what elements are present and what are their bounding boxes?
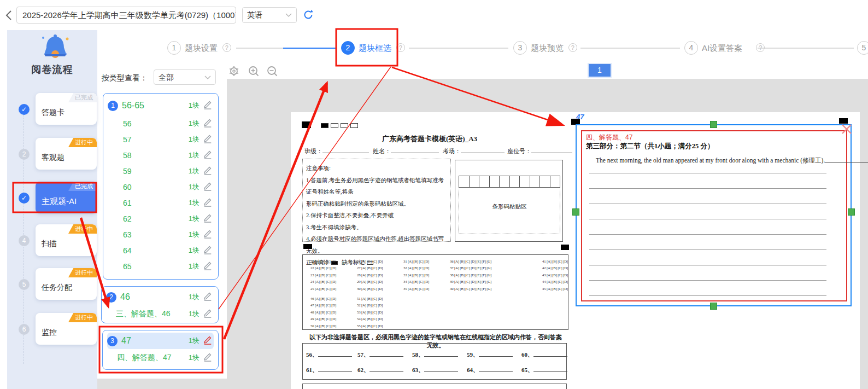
sidebar-item-答题卡[interactable]: 已完成答题卡 [36,93,97,125]
exam-title-input[interactable]: 2025-2026学年上学期高中三年级数学单元考(0729)（10007） [16,7,236,24]
edit-pencil-icon[interactable] [203,165,213,175]
zoom-out-icon[interactable] [266,65,278,77]
bubble-column-36: 36 [A] [B] [C] [D] [E] [F] [G] 37 [A] [B… [450,258,491,292]
block-item-row[interactable]: 641块 [108,242,214,258]
edit-button[interactable] [203,149,214,161]
edit-button[interactable] [203,245,214,257]
writing-line [589,265,826,265]
edit-button[interactable] [203,291,214,303]
bubble-column-46: 46 [A] [B] [C] [D] 47 [A] [B] [C] [D] 48… [310,295,336,329]
step-circle-2[interactable]: 2 [341,41,355,55]
zoom-in-icon[interactable] [248,65,260,77]
edit-pencil-icon[interactable] [203,181,213,191]
block-item-row[interactable]: 四、解答题、471块 [107,349,214,367]
question-block-56-65[interactable]: 156-651块561块571块581块591块601块611块621块631块… [103,93,219,280]
flow-step-circle-1: ✓ [19,104,30,115]
edit-pencil-icon[interactable] [203,291,213,301]
block-item-row[interactable]: 571块 [108,131,214,147]
edit-button[interactable] [203,197,214,209]
edit-button[interactable] [203,213,214,225]
sidebar-item-监控[interactable]: 进行中监控 [36,313,97,345]
resize-handle-top[interactable] [710,121,717,128]
edit-button[interactable] [203,118,214,130]
block-item-row[interactable]: 581块 [108,147,214,163]
block-item-row[interactable]: 三、解答题、461块 [106,305,214,323]
block-item-row[interactable]: 561块 [108,115,214,131]
block-number-badge: 1 [108,101,118,111]
block-item-row[interactable]: 621块 [108,211,214,227]
fillin-item: 61、 [306,365,352,374]
help-icon[interactable]: ? [568,43,577,52]
block-item-row[interactable]: 611块 [108,195,214,211]
edit-pencil-icon[interactable] [203,133,213,143]
step-circle-1[interactable]: 1 [167,41,181,55]
edit-pencil-icon[interactable] [203,229,213,239]
edit-button[interactable] [203,352,214,364]
block-header[interactable]: 156-651块 [108,96,214,115]
flow-step-circle-6: 6 [19,324,30,335]
block-item-label: 65 [123,262,181,271]
fillin-item: 62、 [357,365,403,374]
edit-pencil-icon[interactable] [203,352,213,362]
sidebar-item-label: 监控 [42,328,57,338]
edit-button[interactable] [203,308,214,320]
edit-button[interactable] [203,100,214,112]
subject-select[interactable]: 英语 [242,7,297,23]
edit-pencil-icon[interactable] [203,213,213,223]
edit-pencil-icon[interactable] [203,308,213,318]
resize-handle-right[interactable] [848,208,855,216]
edit-pencil-icon[interactable] [203,335,213,345]
sidebar-item-任务分配[interactable]: 进行中任务分配 [36,268,97,300]
edit-pencil-icon[interactable] [203,118,213,127]
status-badge: 进行中 [68,138,97,147]
edit-button[interactable] [203,335,214,347]
edit-button[interactable] [203,229,214,241]
step-circle-3[interactable]: 3 [513,41,527,55]
edit-pencil-icon[interactable] [203,149,213,159]
edit-button[interactable] [203,181,214,193]
edit-pencil-icon[interactable] [203,260,213,270]
help-icon[interactable]: ? [222,43,231,52]
step-circle-4[interactable]: 4 [684,41,698,55]
edit-button[interactable] [203,260,214,272]
block-item-count: 1块 [181,150,200,160]
back-icon[interactable] [4,9,13,21]
flow-step-circle-4: 4 [19,235,30,246]
essay-box [302,384,567,389]
sidebar-item-主观题-AI[interactable]: 已完成主观题-AI [36,182,97,213]
sheet-field: 班级： [304,147,369,155]
block-item-label: 57 [123,135,181,144]
sidebar-item-扫描[interactable]: 进行中扫描 [36,224,97,256]
edit-pencil-icon[interactable] [203,197,213,207]
question-block-47[interactable]: 3471块四、解答题、471块 [102,330,219,370]
page-number-badge[interactable]: 1 [589,64,611,77]
page-code-square [341,123,348,128]
block-item-row[interactable]: 601块 [108,179,214,195]
sidebar-item-客观题[interactable]: 进行中客观题 [36,138,97,170]
resize-handle-bottom[interactable] [710,303,717,310]
fillin-item: 60、 [521,350,567,359]
selected-block-title: 四、解答题、47 [586,133,632,142]
block-item-row[interactable]: 591块 [108,163,214,179]
resize-handle-left[interactable] [572,208,579,216]
block-header[interactable]: 2461块 [106,289,214,305]
bubble-column-51: 51 [A] [B] [C] [D] 52 [A] [B] [C] [D] 53… [357,295,383,329]
edit-button[interactable] [203,165,214,177]
refresh-icon[interactable] [302,9,314,21]
block-title: 46 [120,292,181,302]
stepper-connector [236,48,283,49]
answer-sheet-image[interactable]: 广东高考答题卡模板(英语)_A3 班级：姓名：考场：座位号： 注意事项: 1.答… [291,112,860,389]
edit-pencil-icon[interactable] [203,245,213,254]
step-circle-5[interactable]: 5 [857,41,868,55]
gear-icon[interactable] [228,65,240,78]
block-header[interactable]: 3471块 [107,333,214,349]
question-block-46[interactable]: 2461块三、解答题、461块 [101,286,219,323]
edit-button[interactable] [203,133,214,146]
type-filter-select[interactable]: 全部 [154,69,216,85]
help-icon[interactable]: ? [396,43,405,52]
edit-pencil-icon[interactable] [203,100,213,109]
block-item-row[interactable]: 651块 [108,258,214,274]
block-item-row[interactable]: 631块 [108,227,214,242]
block-count: 1块 [181,101,200,111]
remove-selection-icon[interactable] [840,123,853,136]
